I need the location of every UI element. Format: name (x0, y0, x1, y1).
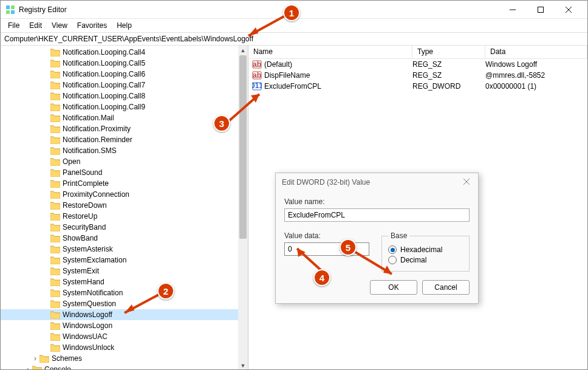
value-data: Windows Logoff (485, 60, 587, 69)
tree-item-notification-looping-call7[interactable]: Notification.Looping.Call7 (1, 80, 248, 91)
tree-item-restoredown[interactable]: RestoreDown (1, 200, 248, 211)
tree-item-windowslogoff[interactable]: WindowsLogoff (1, 309, 248, 320)
tree-item-printcomplete[interactable]: PrintComplete (1, 178, 248, 189)
value-name-label: Value name: (284, 197, 470, 206)
svg-rect-5 (538, 7, 544, 12)
tree-item-notification-mail[interactable]: Notification.Mail (1, 112, 248, 123)
value-data: 0x00000001 (1) (485, 82, 587, 91)
tree-item-proximityconnection[interactable]: ProximityConnection (1, 189, 248, 200)
tree-item-systemquestion[interactable]: SystemQuestion (1, 298, 248, 309)
menu-help[interactable]: Help (112, 20, 137, 31)
value-data-field[interactable] (284, 242, 369, 256)
radio-hexadecimal[interactable]: Hexadecimal (388, 245, 463, 254)
tree-item-panelsound[interactable]: PanelSound (1, 167, 248, 178)
scroll-track[interactable] (238, 55, 248, 361)
minimize-button[interactable] (499, 1, 527, 19)
maximize-button[interactable] (527, 1, 555, 19)
chevron-right-icon: › (31, 354, 39, 363)
value-name: DispFileName (264, 71, 412, 80)
value-data: @mmres.dll,-5852 (485, 71, 587, 80)
tree-item-schemes[interactable]: ›Schemes (1, 353, 248, 364)
dialog-close-button[interactable] (461, 176, 472, 189)
tree-item-restoreup[interactable]: RestoreUp (1, 211, 248, 222)
app-icon (5, 5, 15, 15)
step-badge-4: 4 (313, 269, 330, 286)
step-badge-3: 3 (213, 115, 230, 132)
value-type: REG_SZ (412, 71, 485, 80)
tree-item-systemexit[interactable]: SystemExit (1, 266, 248, 276)
step-badge-1: 1 (283, 4, 300, 21)
scroll-thumb[interactable] (239, 55, 247, 239)
tree-item-windowsuac[interactable]: WindowsUAC (1, 331, 248, 342)
menu-edit[interactable]: Edit (24, 20, 47, 31)
tree-scrollbar[interactable]: ▲ ▼ (238, 46, 248, 370)
svg-rect-0 (6, 5, 10, 9)
tree-item-systemexclamation[interactable]: SystemExclamation (1, 255, 248, 266)
radio-decimal[interactable]: Decimal (388, 256, 463, 264)
tree-item-windowsunlock[interactable]: WindowsUnlock (1, 342, 248, 353)
column-header-data[interactable]: Data (485, 46, 587, 58)
tree-item-notification-looping-call6[interactable]: Notification.Looping.Call6 (1, 69, 248, 80)
radio-icon (388, 256, 397, 264)
tree-item-systemnotification[interactable]: SystemNotification (1, 287, 248, 298)
radio-hex-label: Hexadecimal (400, 245, 442, 254)
svg-rect-2 (6, 10, 10, 14)
menu-file[interactable]: File (3, 20, 24, 31)
tree-item-showband[interactable]: ShowBand (1, 233, 248, 244)
value-row-excludefromcpl[interactable]: 011ExcludeFromCPLREG_DWORD0x00000001 (1) (248, 81, 587, 92)
tree-item-notification-proximity[interactable]: Notification.Proximity (1, 123, 248, 134)
tree-item-notification-reminder[interactable]: Notification.Reminder (1, 134, 248, 145)
value-name-field (284, 208, 470, 222)
values-header: Name Type Data (248, 46, 587, 59)
menu-view[interactable]: View (47, 20, 72, 31)
value-name: ExcludeFromCPL (264, 82, 412, 91)
scroll-down-button[interactable]: ▼ (238, 361, 248, 370)
tree-item-console[interactable]: ›Console (1, 364, 248, 370)
ok-button[interactable]: OK (370, 280, 417, 295)
cancel-button[interactable]: Cancel (422, 280, 470, 295)
address-input[interactable] (1, 33, 587, 44)
tree-item-systemasterisk[interactable]: SystemAsterisk (1, 244, 248, 255)
value-type: REG_SZ (412, 60, 485, 69)
menu-favorites[interactable]: Favorites (72, 20, 112, 31)
svg-text:ab: ab (253, 60, 261, 69)
svg-rect-3 (11, 10, 15, 14)
base-group-label: Base (388, 231, 409, 240)
dialog-titlebar[interactable]: Edit DWORD (32-bit) Value (276, 173, 478, 191)
chevron-right-icon: › (24, 365, 32, 370)
svg-text:011: 011 (252, 81, 262, 90)
column-header-name[interactable]: Name (248, 46, 412, 58)
value-name: (Default) (264, 60, 412, 69)
svg-rect-1 (11, 5, 15, 9)
tree-pane[interactable]: Notification.Looping.Call4Notification.L… (1, 46, 248, 370)
tree-item-securityband[interactable]: SecurityBand (1, 222, 248, 233)
close-icon (463, 179, 470, 185)
dialog-title: Edit DWORD (32-bit) Value (282, 178, 370, 187)
scroll-up-button[interactable]: ▲ (238, 46, 248, 55)
tree-item-notification-looping-call8[interactable]: Notification.Looping.Call8 (1, 91, 248, 101)
window-title: Registry Editor (19, 5, 499, 14)
value-data-label: Value data: (284, 231, 369, 240)
tree-item-notification-looping-call5[interactable]: Notification.Looping.Call5 (1, 58, 248, 69)
tree-item-systemhand[interactable]: SystemHand (1, 276, 248, 287)
tree-item-notification-looping-call9[interactable]: Notification.Looping.Call9 (1, 101, 248, 112)
step-badge-5: 5 (340, 239, 357, 256)
close-window-button[interactable] (555, 1, 583, 19)
tree-item-notification-looping-call4[interactable]: Notification.Looping.Call4 (1, 47, 248, 58)
radio-dec-label: Decimal (400, 256, 426, 264)
value-type: REG_DWORD (412, 82, 485, 91)
tree-item-windowslogon[interactable]: WindowsLogon (1, 320, 248, 331)
tree-item-notification-sms[interactable]: Notification.SMS (1, 145, 248, 156)
tree-item-open[interactable]: Open (1, 156, 248, 167)
address-bar (1, 32, 587, 46)
radio-icon (388, 245, 397, 254)
svg-text:ab: ab (253, 71, 261, 80)
edit-dword-dialog: Edit DWORD (32-bit) Value Value name: Va… (275, 173, 479, 304)
column-header-type[interactable]: Type (412, 46, 485, 58)
step-badge-2: 2 (157, 283, 174, 300)
value-row-dispfilename[interactable]: abDispFileNameREG_SZ@mmres.dll,-5852 (248, 70, 587, 81)
value-row--default-[interactable]: ab(Default)REG_SZWindows Logoff (248, 59, 587, 70)
